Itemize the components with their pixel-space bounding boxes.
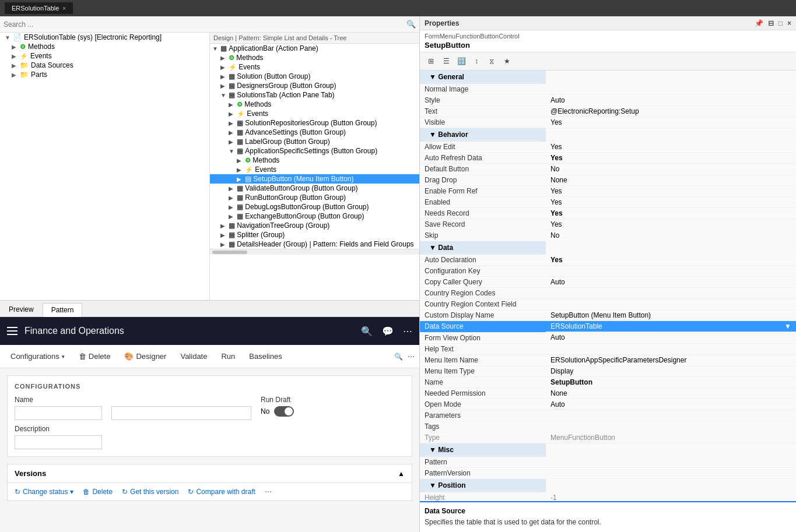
design-item-3[interactable]: ▶ ▦ Solution (Button Group)	[210, 72, 419, 81]
design-item-5[interactable]: ▼ ▦ SolutionsTab (Action Pane Tab)	[210, 90, 419, 100]
design-item-21[interactable]: ▶ ▦ DetailsHeader (Group) | Pattern: Fie…	[210, 239, 419, 249]
nav-designer[interactable]: 🎨 Designer	[118, 348, 172, 364]
title-tab[interactable]: ERSolutionTable ×	[5, 2, 73, 14]
change-status-action[interactable]: ↻ Change status ▾	[15, 488, 73, 496]
prop-value[interactable]: Auto	[546, 277, 796, 288]
wide-input[interactable]	[111, 406, 251, 420]
fo-more-icon[interactable]: ⋯	[403, 326, 412, 337]
props-grid-view-button[interactable]: ⊞	[425, 55, 437, 68]
prop-value[interactable]: Yes	[546, 142, 796, 153]
prop-value[interactable]	[546, 343, 796, 354]
props-maximize-button[interactable]: □	[779, 19, 783, 27]
design-item-12[interactable]: ▶ ⚙ Methods	[210, 156, 419, 165]
props-pin-button[interactable]: 📌	[755, 19, 763, 27]
prop-value[interactable]: Yes	[546, 117, 796, 128]
prop-value[interactable]: Auto	[546, 332, 796, 343]
design-item-8[interactable]: ▶ ▦ SolutionRepositoriesGroup (Button Gr…	[210, 118, 419, 128]
compare-draft-action[interactable]: ↻ Compare with draft	[188, 488, 255, 496]
design-item-7[interactable]: ▶ ⚡ Events	[210, 109, 419, 118]
prop-value[interactable]: None	[546, 175, 796, 186]
prop-value[interactable]	[546, 299, 796, 310]
prop-value[interactable]: -1	[546, 492, 796, 502]
fo-nav-search-icon[interactable]: 🔍	[394, 353, 403, 361]
fo-notifications-icon[interactable]: 💬	[382, 326, 394, 337]
versions-header[interactable]: Versions ▲	[8, 464, 412, 483]
prop-value[interactable]: SetupButton (Menu Item Button)	[546, 310, 796, 321]
prop-value[interactable]: SetupButton	[546, 376, 796, 387]
design-item-6[interactable]: ▶ ⚙ Methods	[210, 100, 419, 109]
nav-configurations[interactable]: Configurations ▾	[5, 348, 71, 364]
prop-value[interactable]: MenuFunctionButton	[546, 432, 796, 443]
prop-value[interactable]: None	[546, 387, 796, 399]
name-input[interactable]	[15, 406, 102, 420]
design-item-11[interactable]: ▼ ▦ ApplicationSpecificSettings (Button …	[210, 146, 419, 156]
design-item-19[interactable]: ▶ ▦ NavigationTreeGroup (Group)	[210, 221, 419, 230]
tree-item-parts[interactable]: ▶ 📁 Parts	[0, 70, 209, 79]
section-misc[interactable]: ▼ Misc	[420, 443, 546, 457]
title-tab-close[interactable]: ×	[62, 5, 66, 12]
search-button[interactable]: 🔍	[406, 20, 416, 29]
props-alpha-button[interactable]: 🔡	[455, 55, 468, 68]
prop-value[interactable]: ERSolutionAppSpecificParametersDesigner	[546, 354, 796, 365]
tab-preview[interactable]: Preview	[0, 302, 43, 316]
prop-value[interactable]: No	[546, 230, 796, 241]
get-version-action[interactable]: ↻ Get this version	[122, 488, 178, 496]
design-item-2[interactable]: ▶ ⚡ Events	[210, 62, 419, 72]
design-item-4[interactable]: ▶ ▦ DesignersGroup (Button Group)	[210, 81, 419, 90]
prop-value[interactable]	[546, 467, 796, 478]
description-input[interactable]	[15, 435, 102, 449]
tab-pattern[interactable]: Pattern	[43, 303, 83, 317]
props-list-view-button[interactable]: ☰	[440, 55, 453, 68]
hamburger-menu[interactable]	[7, 327, 17, 335]
fo-search-icon[interactable]: 🔍	[361, 326, 373, 337]
props-sort-button[interactable]: ↕	[470, 55, 483, 68]
nav-delete[interactable]: 🗑 Delete	[73, 348, 117, 364]
design-item-18[interactable]: ▶ ▦ ExchangeButtonGroup (Button Group)	[210, 212, 419, 221]
design-item-20[interactable]: ▶ ▦ Splitter (Group)	[210, 230, 419, 239]
prop-value[interactable]	[546, 288, 796, 299]
design-item-16[interactable]: ▶ ▦ RunButtonGroup (Button Group)	[210, 193, 419, 202]
section-position[interactable]: ▼ Position	[420, 479, 546, 492]
prop-value[interactable]: No	[546, 164, 796, 175]
nav-validate[interactable]: Validate	[174, 348, 213, 364]
versions-more-button[interactable]: ⋯	[265, 488, 272, 496]
design-item-1[interactable]: ▶ ⚙ Methods	[210, 53, 419, 62]
tree-item-methods[interactable]: ▶ ⚙ Methods	[0, 42, 209, 51]
prop-value[interactable]: Yes	[546, 255, 796, 266]
props-filter-button[interactable]: ⧖	[485, 55, 498, 68]
prop-value[interactable]: Yes	[546, 186, 796, 197]
design-item-setup-button[interactable]: ▶ ▤ SetupButton (Menu Item Button)	[210, 174, 419, 184]
prop-value[interactable]: @ElectronicReporting:Setup	[546, 106, 796, 117]
search-input[interactable]	[3, 20, 406, 29]
prop-value[interactable]: Auto	[546, 95, 796, 106]
design-item-15[interactable]: ▶ ▦ ValidateButtonGroup (Button Group)	[210, 184, 419, 193]
prop-data-source-row[interactable]: Data Source ERSolutionTable ▼	[420, 321, 796, 333]
prop-value[interactable]: ERSolutionTable ▼	[546, 321, 796, 332]
prop-value[interactable]: Yes	[546, 153, 796, 164]
design-item-17[interactable]: ▶ ▦ DebugLogsButtonGroup (Button Group)	[210, 202, 419, 212]
section-data[interactable]: ▼ Data	[420, 241, 546, 255]
prop-value[interactable]: Auto	[546, 399, 796, 410]
design-item-0[interactable]: ▼ ▦ ApplicationBar (Action Pane)	[210, 44, 419, 53]
fo-nav-more-icon[interactable]: ⋯	[408, 353, 415, 361]
prop-value[interactable]: Yes	[546, 219, 796, 230]
prop-value[interactable]: Yes	[546, 208, 796, 219]
design-item-13[interactable]: ▶ ⚡ Events	[210, 165, 419, 174]
tree-item-events[interactable]: ▶ ⚡ Events	[0, 51, 209, 61]
prop-value[interactable]	[546, 266, 796, 277]
section-behavior[interactable]: ▼ Behavior	[420, 128, 546, 142]
prop-value[interactable]	[546, 84, 796, 95]
props-close-button[interactable]: ×	[787, 19, 791, 27]
tree-item-er-solution[interactable]: ▼ 📄 ERSolutionTable (sys) [Electronic Re…	[0, 33, 209, 42]
props-star-button[interactable]: ★	[500, 55, 513, 68]
tree-item-datasources[interactable]: ▶ 📁 Data Sources	[0, 61, 209, 70]
nav-run[interactable]: Run	[215, 348, 241, 364]
design-item-9[interactable]: ▶ ▦ AdvanceSettings (Button Group)	[210, 128, 419, 137]
nav-baselines[interactable]: Baselines	[243, 348, 287, 364]
run-draft-toggle[interactable]	[274, 406, 294, 417]
prop-value[interactable]: Yes	[546, 197, 796, 208]
design-item-10[interactable]: ▶ ▦ LabelGroup (Button Group)	[210, 137, 419, 146]
prop-value[interactable]	[546, 410, 796, 421]
data-source-dropdown-icon[interactable]: ▼	[784, 322, 791, 330]
delete-action[interactable]: 🗑 Delete	[83, 488, 113, 496]
